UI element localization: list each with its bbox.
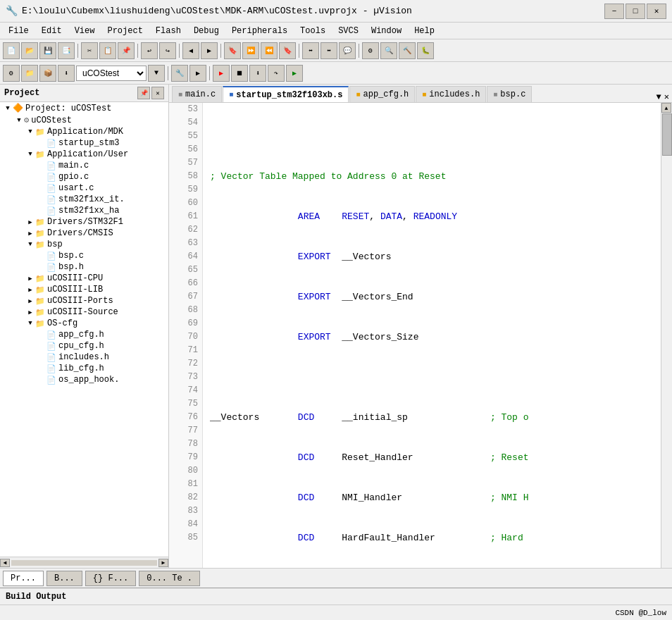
tab-startup[interactable]: ■ startup_stm32f103xb.s: [223, 86, 349, 102]
tree-item-drivers1[interactable]: ▶ 📁 Drivers/STM32F1: [0, 216, 168, 228]
tree-item-ucosiii-ports[interactable]: ▶ 📁 uCOSIII-Ports: [0, 295, 168, 306]
tree-item-osapphook[interactable]: 📄 os_app_hook.: [0, 374, 168, 385]
copy-button[interactable]: 📋: [99, 42, 116, 59]
menu-file[interactable]: File: [3, 25, 35, 37]
project-close-button[interactable]: ✕: [151, 87, 164, 99]
tree-item-ucosiii-lib[interactable]: ▶ 📁 uCOSIII-LIB: [0, 284, 168, 295]
close-all-tabs-button[interactable]: ✕: [664, 92, 669, 102]
tree-item-bsph[interactable]: 📄 bsp.h: [0, 261, 168, 273]
tab-list-button[interactable]: ▼: [657, 92, 661, 102]
toggle-appcfgh[interactable]: [37, 330, 46, 340]
debug-button[interactable]: 🐛: [417, 42, 434, 59]
bookmark-clear[interactable]: 🔖: [279, 42, 296, 59]
toggle-bsp[interactable]: ▼: [25, 240, 35, 249]
toggle-ucosiii-lib[interactable]: ▶: [25, 285, 35, 294]
find-button[interactable]: 🔍: [380, 42, 397, 59]
tree-item-appUser[interactable]: ▼ 📁 Application/User: [0, 149, 168, 160]
target-dropdown[interactable]: uCOStest: [76, 66, 147, 81]
toggle-osapphook[interactable]: [37, 375, 46, 385]
tree-item-ucostest[interactable]: ▼ ⚙ uCOStest: [0, 114, 168, 126]
step-into-button[interactable]: ⬇: [249, 65, 266, 82]
toggle-drivers1[interactable]: ▶: [25, 217, 35, 227]
tab-bspc[interactable]: ■ bsp.c: [487, 86, 532, 102]
tree-item-stm32it[interactable]: 📄 stm32f1xx_it.: [0, 194, 168, 205]
new-file-button[interactable]: 📄: [3, 42, 20, 59]
scroll-up-btn[interactable]: ▲: [661, 103, 671, 113]
menu-svcs[interactable]: SVCS: [332, 25, 364, 37]
start-debug-button[interactable]: ▶: [213, 65, 230, 82]
scroll-right[interactable]: ▶: [158, 559, 168, 567]
menu-edit[interactable]: Edit: [36, 25, 68, 37]
tree-item-appcfgh[interactable]: 📄 app_cfg.h: [0, 329, 168, 340]
nav-forward-button[interactable]: ▶: [201, 42, 218, 59]
tab-includesh[interactable]: ■ includes.h: [416, 86, 486, 102]
bookmark-prev[interactable]: ⏪: [261, 42, 278, 59]
menu-view[interactable]: View: [69, 25, 101, 37]
settings-button[interactable]: ⚙: [362, 42, 379, 59]
menu-project[interactable]: Project: [101, 25, 148, 37]
target-options-button[interactable]: ⚙: [3, 65, 20, 82]
toggle-includesh[interactable]: [37, 352, 46, 362]
undo-button[interactable]: ↩: [141, 42, 158, 59]
toggle-driversCMSIS[interactable]: ▶: [25, 228, 35, 238]
toggle-ucosiii-cpu[interactable]: ▶: [25, 273, 35, 283]
continue-button[interactable]: ▶: [286, 65, 303, 82]
target-select-button[interactable]: ▼: [148, 65, 165, 82]
toggle-root[interactable]: ▼: [3, 104, 13, 113]
tab-appcfgh[interactable]: ■ app_cfg.h: [349, 86, 415, 102]
build-all-button[interactable]: 🔨: [399, 42, 416, 59]
tree-item-stm32ha[interactable]: 📄 stm32f1xx_ha: [0, 205, 168, 216]
maximize-button[interactable]: □: [626, 4, 645, 19]
tree-item-driversCMSIS[interactable]: ▶ 📁 Drivers/CMSIS: [0, 228, 168, 239]
tree-item-libcfgh[interactable]: 📄 lib_cfg.h: [0, 363, 168, 374]
menu-peripherals[interactable]: Peripherals: [226, 25, 293, 37]
bottom-tab-build[interactable]: B...: [46, 571, 82, 586]
scroll-left[interactable]: ◀: [0, 559, 10, 567]
tree-item-root[interactable]: ▼ 🔶 Project: uCOSTest: [0, 102, 168, 114]
manage-button[interactable]: 📁: [21, 65, 38, 82]
toggle-mainc[interactable]: [37, 161, 46, 170]
comment-button[interactable]: 💬: [339, 42, 356, 59]
redo-button[interactable]: ↪: [159, 42, 176, 59]
bookmark-next[interactable]: ⏩: [242, 42, 259, 59]
bottom-tab-te[interactable]: 0... Te .: [139, 571, 200, 586]
toggle-gpioc[interactable]: [37, 172, 46, 182]
wizard-button[interactable]: 🔧: [171, 65, 188, 82]
step-over-button[interactable]: ↷: [268, 65, 285, 82]
toggle-os-cfg[interactable]: ▼: [25, 318, 35, 328]
title-bar-controls[interactable]: − □ ✕: [604, 4, 666, 19]
tree-item-startup[interactable]: 📄 startup_stm3: [0, 137, 168, 149]
project-pin-button[interactable]: 📌: [137, 87, 150, 99]
group-btn[interactable]: 📦: [39, 65, 56, 82]
toggle-stm32ha[interactable]: [37, 206, 46, 216]
toggle-ucosiii-ports[interactable]: ▶: [25, 296, 35, 306]
nav-back-button[interactable]: ◀: [182, 42, 199, 59]
tree-item-gpioc[interactable]: 📄 gpio.c: [0, 171, 168, 182]
minimize-button[interactable]: −: [604, 4, 624, 19]
tree-item-ucosiii-source[interactable]: ▶ 📁 uCOSIII-Source: [0, 306, 168, 318]
toggle-startup[interactable]: [37, 138, 46, 148]
menu-tools[interactable]: Tools: [294, 25, 331, 37]
tree-item-bspc[interactable]: 📄 bsp.c: [0, 250, 168, 261]
stop-debug-button[interactable]: ⏹: [231, 65, 248, 82]
bottom-tab-funcs[interactable]: {} F...: [85, 571, 136, 586]
toggle-appUser[interactable]: ▼: [25, 149, 35, 159]
toggle-ucosiii-source[interactable]: ▶: [25, 307, 35, 317]
install-button[interactable]: ⬇: [58, 65, 75, 82]
code-editor[interactable]: 53 54 55 56 57 58 59 60 61 62 63 64 65 6…: [169, 103, 672, 568]
toggle-usartc[interactable]: [37, 183, 46, 193]
tab-mainc[interactable]: ■ main.c: [172, 86, 222, 102]
close-button[interactable]: ✕: [647, 4, 666, 19]
cut-button[interactable]: ✂: [81, 42, 98, 59]
menu-help[interactable]: Help: [409, 25, 440, 37]
toggle-appMDK[interactable]: ▼: [25, 127, 35, 137]
tree-item-ucosiii-cpu[interactable]: ▶ 📁 uCOSIII-CPU: [0, 273, 168, 284]
menu-window[interactable]: Window: [366, 25, 407, 37]
toggle-ucostest[interactable]: ▼: [14, 116, 24, 125]
paste-button[interactable]: 📌: [118, 42, 135, 59]
toggle-libcfgh[interactable]: [37, 364, 46, 373]
project-hscroll[interactable]: ◀ ▶: [0, 557, 168, 568]
tree-item-cpucfgh[interactable]: 📄 cpu_cfg.h: [0, 340, 168, 352]
tree-item-bsp[interactable]: ▼ 📁 bsp: [0, 239, 168, 250]
tree-item-mainc[interactable]: 📄 main.c: [0, 160, 168, 171]
